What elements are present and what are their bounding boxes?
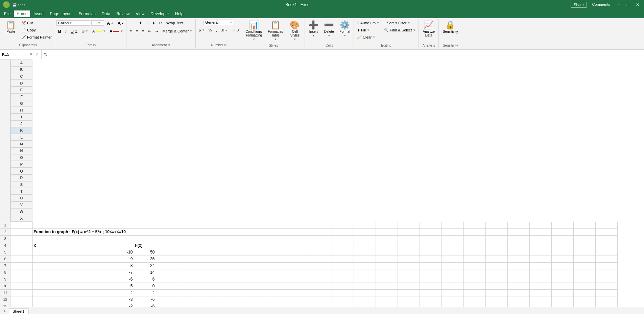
cell-U1[interactable] [529, 222, 551, 228]
cell-J3[interactable] [288, 235, 310, 242]
cell-T3[interactable] [507, 235, 529, 242]
cell-J12[interactable] [288, 296, 310, 303]
currency-button[interactable]: $▼ [197, 27, 206, 33]
col-header-i[interactable]: I [10, 114, 32, 120]
cell-N7[interactable] [376, 262, 398, 269]
cell-H1[interactable] [244, 222, 266, 228]
cell-A5[interactable] [10, 249, 33, 256]
cell-S9[interactable] [485, 276, 507, 283]
cell-X5[interactable] [595, 249, 617, 256]
cell-X3[interactable] [595, 235, 617, 242]
cell-R13[interactable] [463, 303, 485, 307]
cell-F1[interactable] [200, 222, 222, 228]
cell-A2[interactable] [10, 228, 33, 235]
col-header-c[interactable]: C [10, 73, 32, 80]
cell-M4[interactable] [354, 242, 376, 249]
cell-D6[interactable] [156, 256, 178, 262]
cell-Q8[interactable] [442, 269, 463, 276]
confirm-formula-button[interactable]: ✓ [34, 52, 40, 57]
bold-button[interactable]: B [56, 28, 63, 34]
cell-C3[interactable] [134, 235, 156, 242]
col-header-d[interactable]: D [10, 80, 32, 87]
col-header-w[interactable]: W [10, 208, 32, 215]
cell-G12[interactable] [222, 296, 244, 303]
cell-U13[interactable] [529, 303, 551, 307]
cell-R4[interactable] [463, 242, 485, 249]
cell-X13[interactable] [595, 303, 617, 307]
font-expand-icon[interactable]: ⧉ [93, 43, 96, 47]
cut-button[interactable]: ✂️ Cut [20, 20, 53, 26]
menu-data[interactable]: Data [99, 10, 113, 17]
cell-A3[interactable] [10, 235, 33, 242]
cell-Q4[interactable] [442, 242, 463, 249]
cell-T10[interactable] [507, 283, 529, 289]
cell-D10[interactable] [156, 283, 178, 289]
analyze-data-button[interactable]: 📈 AnalyzeData [420, 20, 437, 39]
cell-R11[interactable] [463, 289, 485, 296]
cell-C12[interactable]: -6 [134, 296, 156, 303]
cell-K7[interactable] [310, 262, 332, 269]
cell-U7[interactable] [529, 262, 551, 269]
cell-P8[interactable] [420, 269, 442, 276]
cell-X1[interactable] [595, 222, 617, 228]
cell-styles-button[interactable]: 🎨 CellStyles ▼ [286, 20, 303, 42]
cell-I5[interactable] [266, 249, 288, 256]
cell-U2[interactable] [529, 228, 551, 235]
cell-D8[interactable] [156, 269, 178, 276]
formula-input[interactable] [49, 52, 644, 57]
align-left-button[interactable]: ≡ [128, 28, 133, 34]
col-header-r[interactable]: R [10, 174, 32, 181]
cell-V13[interactable] [551, 303, 573, 307]
cell-S4[interactable] [485, 242, 507, 249]
cell-E8[interactable] [178, 269, 200, 276]
cell-D7[interactable] [156, 262, 178, 269]
cell-M9[interactable] [354, 276, 376, 283]
cell-K10[interactable] [310, 283, 332, 289]
cell-P12[interactable] [420, 296, 442, 303]
cell-S5[interactable] [485, 249, 507, 256]
col-header-b[interactable]: B [10, 66, 32, 73]
cell-N6[interactable] [376, 256, 398, 262]
align-right-button[interactable]: ≡ [140, 28, 146, 34]
cell-M13[interactable] [354, 303, 376, 307]
cell-S12[interactable] [485, 296, 507, 303]
cell-M3[interactable] [354, 235, 376, 242]
col-header-q[interactable]: Q [10, 168, 32, 174]
row-num-5[interactable]: 5 [0, 249, 10, 256]
cell-J4[interactable] [288, 242, 310, 249]
comments-button[interactable]: Comments [590, 2, 613, 8]
col-header-t[interactable]: T [10, 188, 32, 195]
cell-G5[interactable] [222, 249, 244, 256]
col-header-x[interactable]: X [10, 215, 32, 222]
cell-T7[interactable] [507, 262, 529, 269]
cell-V12[interactable] [551, 296, 573, 303]
cell-W8[interactable] [573, 269, 595, 276]
col-header-j[interactable]: J [10, 120, 32, 127]
cell-E2[interactable] [178, 228, 200, 235]
cell-P2[interactable] [420, 228, 442, 235]
cell-I3[interactable] [266, 235, 288, 242]
align-center-button[interactable]: ≡ [134, 28, 140, 34]
sheet-tab-sheet1[interactable]: Sheet1 [8, 308, 29, 314]
percent-button[interactable]: % [207, 27, 214, 33]
col-header-k[interactable]: K [10, 127, 32, 134]
name-box[interactable] [0, 50, 27, 59]
cell-T2[interactable] [507, 228, 529, 235]
cell-V7[interactable] [551, 262, 573, 269]
cell-V4[interactable] [551, 242, 573, 249]
col-header-a[interactable]: A [10, 59, 32, 66]
cell-L2[interactable] [332, 228, 354, 235]
cell-E5[interactable] [178, 249, 200, 256]
cell-H8[interactable] [244, 269, 266, 276]
cell-Q9[interactable] [442, 276, 463, 283]
cell-O2[interactable] [398, 228, 420, 235]
cell-T9[interactable] [507, 276, 529, 283]
cell-E12[interactable] [178, 296, 200, 303]
cell-Q6[interactable] [442, 256, 463, 262]
cell-A4[interactable] [10, 242, 33, 249]
cell-C13[interactable]: -6 [134, 303, 156, 307]
cell-B6[interactable]: -9 [32, 256, 134, 262]
cell-K3[interactable] [310, 235, 332, 242]
col-header-p[interactable]: P [10, 161, 32, 168]
cell-N9[interactable] [376, 276, 398, 283]
